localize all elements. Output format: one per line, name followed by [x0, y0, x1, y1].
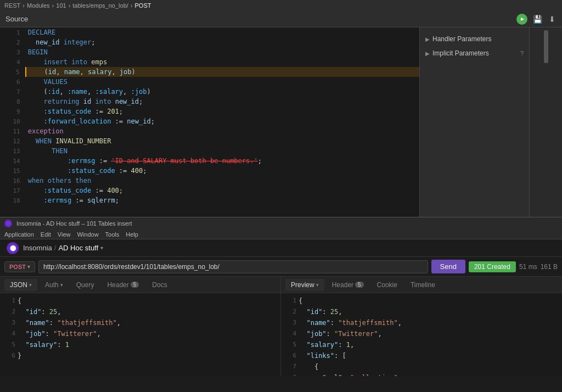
tab-timeline-label: Timeline: [411, 281, 435, 289]
download-button[interactable]: ⬇: [548, 14, 557, 25]
menu-help[interactable]: Help: [126, 231, 138, 238]
tab-resp-header-badge: 5: [355, 282, 364, 288]
handler-params-arrow: ▶: [425, 36, 430, 42]
menu-application[interactable]: Application: [4, 231, 34, 238]
implicit-params-label: Implicit Parameters: [432, 49, 489, 57]
tab-resp-header-label: Header: [332, 281, 353, 289]
tab-query-label: Query: [76, 281, 94, 289]
handler-parameters[interactable]: ▶ Handler Parameters: [420, 32, 529, 46]
tab-auth-caret-icon: ▾: [60, 282, 63, 288]
tab-auth[interactable]: Auth ▾: [40, 279, 69, 291]
response-body-panel[interactable]: 1 { 2 "id": 25, 3 "name": "thatjeffsmith…: [281, 293, 562, 376]
code-line-14: 14 :errmsg := 'ID and SALARY must both b…: [0, 156, 419, 166]
resp-line-2: 2 "id": 25,: [281, 306, 562, 317]
tab-query[interactable]: Query: [71, 279, 100, 291]
tab-docs[interactable]: Docs: [147, 279, 172, 291]
code-line-15: 15 :status_code := 400;: [0, 166, 419, 176]
code-line-8: 8 returning id into new_id;: [0, 97, 419, 107]
tab-cookie-label: Cookie: [377, 281, 397, 289]
tab-header-badge: 5: [131, 282, 139, 288]
code-line-12: 12 WHEN INVALID_NUMBER: [0, 136, 419, 146]
resp-line-1: 1 {: [281, 295, 562, 306]
breadcrumb-tables[interactable]: tables/emps_no_lob/: [72, 2, 128, 9]
resp-line-4: 4 "job": "Twitterer",: [281, 328, 562, 339]
source-controls: 💾 ⬇: [516, 14, 557, 25]
menu-edit[interactable]: Edit: [41, 231, 51, 238]
menu-window[interactable]: Window: [77, 231, 98, 238]
implicit-params-arrow: ▶: [425, 51, 430, 57]
insomnia-logo: ⬤: [7, 242, 19, 254]
code-line-11: 11 exception: [0, 126, 419, 136]
insomnia-titlebar: Insomnia - AD Hoc stuff – 101 Tables ins…: [0, 217, 562, 229]
code-line-7: 7 (:id, :name, :salary, :job): [0, 87, 419, 97]
req-line-2: 2 "id": 25,: [0, 306, 280, 317]
code-line-9: 9 :status_code := 201;: [0, 107, 419, 116]
send-button[interactable]: Send: [431, 260, 465, 273]
request-bar: POST ▾ Send 201 Created 51 ms 161 B: [0, 257, 562, 277]
tab-preview-caret-icon: ▾: [316, 282, 319, 288]
tab-json[interactable]: JSON ▾: [4, 279, 37, 291]
tab-auth-label: Auth: [45, 281, 59, 289]
status-badge: 201 Created: [469, 261, 516, 272]
nav-insomnia[interactable]: Insomnia: [23, 244, 52, 252]
tab-json-caret-icon: ▾: [29, 282, 32, 288]
code-line-13: 13 THEN: [0, 146, 419, 156]
tab-preview[interactable]: Preview ▾: [285, 279, 324, 291]
req-line-4: 4 "job": "Twitterer",: [0, 328, 280, 339]
method-label: POST: [9, 264, 26, 270]
url-input[interactable]: [38, 260, 428, 273]
req-line-6: 6 }: [0, 350, 280, 361]
menu-view[interactable]: View: [58, 231, 71, 238]
breadcrumb-modules[interactable]: Modules: [27, 2, 50, 9]
breadcrumb-post[interactable]: POST: [134, 2, 151, 9]
resp-line-7: 7 {: [281, 361, 562, 372]
insomnia-nav: ⬤ Insomnia / AD Hoc stuff ▾: [0, 239, 562, 257]
nav-collection[interactable]: AD Hoc stuff: [58, 244, 98, 252]
tab-timeline[interactable]: Timeline: [405, 279, 441, 291]
code-line-3: 3 BEGIN: [0, 47, 419, 57]
insomnia-menubar: Application Edit View Window Tools Help: [0, 229, 562, 239]
req-line-1: 1 {: [0, 295, 280, 306]
right-panel: Preview ▾ Header 5 Cookie Timeline 1 {: [281, 277, 562, 376]
resp-line-3: 3 "name": "thatjeffsmith",: [281, 317, 562, 328]
panels-row: JSON ▾ Auth ▾ Query Header 5 Docs: [0, 277, 562, 376]
req-line-3: 3 "name": "thatjeffsmith",: [0, 317, 280, 328]
code-line-2: 2 new_id integer;: [0, 37, 419, 47]
handler-params-label: Handler Parameters: [432, 35, 491, 43]
menu-tools[interactable]: Tools: [105, 231, 120, 238]
nav-chevron-icon: ▾: [100, 245, 103, 251]
tab-docs-label: Docs: [152, 281, 167, 289]
run-button[interactable]: [516, 14, 527, 25]
breadcrumb-101[interactable]: 101: [56, 2, 66, 9]
code-line-4: 4 insert into emps: [0, 57, 419, 67]
request-body-panel[interactable]: 1 { 2 "id": 25, 3 "name": "thatjeffsmith…: [0, 293, 280, 376]
code-line-10: 10 :forward_location := new_id;: [0, 116, 419, 126]
code-line-17: 17 :status_code := 400;: [0, 186, 419, 195]
left-panel-tabs: JSON ▾ Auth ▾ Query Header 5 Docs: [0, 277, 280, 293]
tab-header[interactable]: Header 5: [102, 279, 144, 291]
method-caret-icon: ▾: [27, 264, 30, 270]
side-panel: ▶ Handler Parameters ▶ Implicit Paramete…: [419, 27, 529, 217]
help-icon[interactable]: ?: [520, 50, 524, 57]
top-section: REST › Modules › 101 › tables/emps_no_lo…: [0, 0, 562, 217]
source-header: Source 💾 ⬇: [0, 11, 562, 27]
response-time: 51 ms: [519, 263, 537, 271]
implicit-parameters[interactable]: ▶ Implicit Parameters ?: [420, 46, 529, 60]
editor-area: 1 DECLARE 2 new_id integer; 3 BEGIN 4 in…: [0, 27, 562, 217]
resp-line-6: 6 "links": [: [281, 350, 562, 361]
tab-resp-header[interactable]: Header 5: [327, 279, 369, 291]
resp-line-8: 8 "rel": "collection",: [281, 372, 562, 376]
response-size: 161 B: [541, 263, 558, 271]
left-panel: JSON ▾ Auth ▾ Query Header 5 Docs: [0, 277, 281, 376]
tab-preview-label: Preview: [291, 281, 314, 289]
save-button[interactable]: 💾: [532, 14, 543, 25]
nav-path: Insomnia / AD Hoc stuff ▾: [23, 244, 103, 252]
method-selector[interactable]: POST ▾: [4, 261, 35, 272]
tab-header-label: Header: [107, 281, 128, 289]
code-editor[interactable]: 1 DECLARE 2 new_id integer; 3 BEGIN 4 in…: [0, 27, 419, 217]
breadcrumb-rest[interactable]: REST: [4, 2, 20, 9]
code-line-6: 6 VALUES: [0, 77, 419, 87]
right-panel-tabs: Preview ▾ Header 5 Cookie Timeline: [281, 277, 562, 293]
source-title: Source: [5, 15, 28, 23]
tab-cookie[interactable]: Cookie: [372, 279, 403, 291]
